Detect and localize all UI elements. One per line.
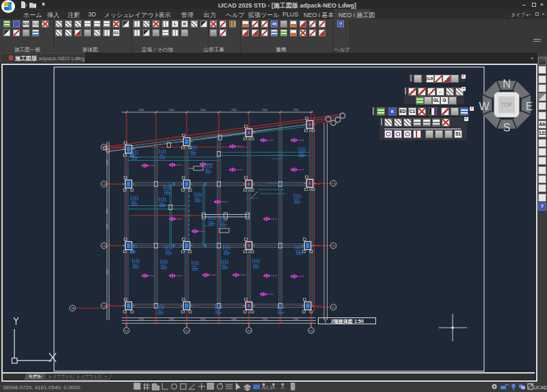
svg-text:2階躯体図 1:50: 2階躯体図 1:50 [331,319,364,324]
svg-text:7200: 7200 [169,109,174,112]
svg-text:Y2: Y2 [332,244,336,248]
svg-text:3600: 3600 [106,224,109,229]
svg-text:7200: 7200 [231,109,237,112]
svg-text:7200: 7200 [262,318,267,321]
svg-text:7200: 7200 [200,318,206,321]
svg-text:3600: 3600 [106,160,109,166]
svg-text:X1: X1 [125,329,129,332]
svg-text:7200: 7200 [231,318,237,321]
svg-text:Y1: Y1 [332,306,336,309]
svg-text:W: W [479,101,490,112]
svg-text:7200: 7200 [139,318,144,321]
svg-text:7200: 7200 [262,109,267,112]
svg-text:Y3: Y3 [332,182,336,185]
svg-text:E: E [526,101,533,112]
svg-text:7200: 7200 [200,109,206,112]
svg-text:7200: 7200 [169,318,174,321]
svg-text:1:1: 1:1 [266,385,273,390]
svg-text:7200: 7200 [293,318,299,321]
svg-text:Y3: Y3 [103,183,107,186]
svg-text:YA: YA [70,306,74,310]
svg-text:3600: 3600 [106,269,109,274]
svg-text:Y1: Y1 [103,304,107,308]
svg-text:X4: X4 [310,329,314,332]
svg-text:X2: X2 [185,329,189,332]
svg-text:S: S [503,122,511,133]
svg-text:7200: 7200 [139,109,144,112]
svg-text:X3: X3 [248,329,252,332]
svg-text:3600: 3600 [106,209,109,214]
svg-text:7200: 7200 [293,109,299,112]
svg-text:N: N [503,78,511,90]
svg-text:Y2: Y2 [103,244,107,248]
svg-text:TOP: TOP [501,101,513,108]
